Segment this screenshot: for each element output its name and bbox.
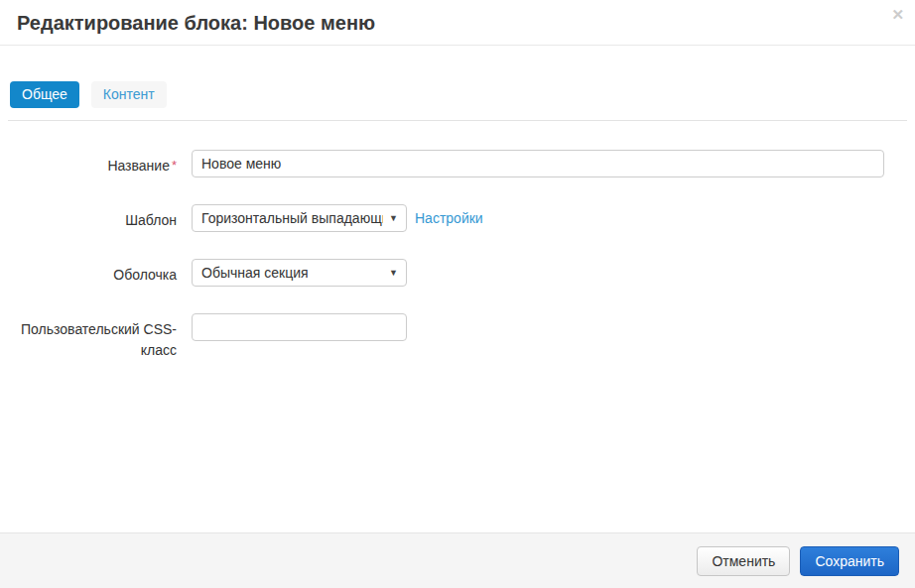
chevron-down-icon: ▼ <box>389 213 398 223</box>
save-button[interactable]: Сохранить <box>800 546 899 576</box>
form-row-css-class: Пользовательский CSS-класс <box>0 313 915 361</box>
dialog-footer: Отменить Сохранить <box>0 532 915 588</box>
dialog-header: Редактирование блока: Новое меню ✕ <box>0 0 915 46</box>
form-row-template: Шаблон Горизонтальный выпадающий ▼ Настр… <box>0 204 915 232</box>
form-row-wrapper: Оболочка Обычная секция ▼ <box>0 259 915 287</box>
template-settings-link[interactable]: Настройки <box>415 204 483 226</box>
block-settings-form: Название* Шаблон Горизонтальный выпадающ… <box>0 121 915 361</box>
wrapper-field-label: Оболочка <box>0 259 177 286</box>
css-class-field-label: Пользовательский CSS-класс <box>0 313 177 361</box>
name-input[interactable] <box>192 150 884 177</box>
tab-bar: Общее Контент <box>10 81 905 108</box>
required-asterisk: * <box>172 158 177 173</box>
template-select-value: Горизонтальный выпадающий <box>201 210 383 226</box>
tab-general[interactable]: Общее <box>10 81 79 108</box>
template-select[interactable]: Горизонтальный выпадающий ▼ <box>192 204 407 232</box>
dialog-title: Редактирование блока: Новое меню <box>17 12 898 35</box>
form-row-name: Название* <box>0 150 915 177</box>
name-field-label: Название* <box>0 150 177 176</box>
wrapper-select-value: Обычная секция <box>201 265 309 281</box>
template-field-label: Шаблон <box>0 204 177 231</box>
dialog-body: Общее Контент Название* Шаблон Горизонта… <box>0 46 915 532</box>
css-class-input[interactable] <box>192 313 407 341</box>
close-icon[interactable]: ✕ <box>888 4 907 25</box>
cancel-button[interactable]: Отменить <box>697 546 790 576</box>
wrapper-select[interactable]: Обычная секция ▼ <box>192 259 407 287</box>
chevron-down-icon: ▼ <box>389 268 398 278</box>
edit-block-dialog: Редактирование блока: Новое меню ✕ Общее… <box>0 0 915 588</box>
tab-content[interactable]: Контент <box>91 81 167 108</box>
